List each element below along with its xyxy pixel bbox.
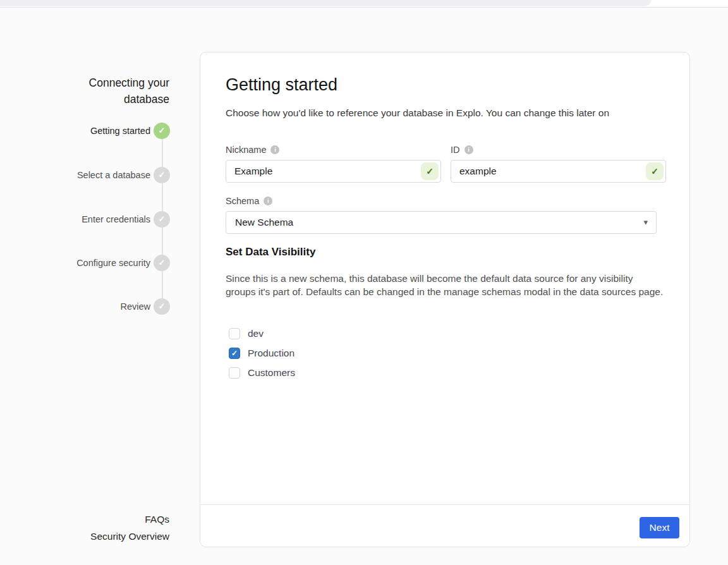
faqs-link[interactable]: FAQs [44, 511, 169, 528]
step-check-icon: ✓ [154, 123, 170, 139]
info-icon[interactable]: i [264, 197, 272, 205]
info-icon[interactable]: i [270, 145, 279, 154]
step-check-icon: ✓ [154, 255, 170, 271]
step-check-icon: ✓ [154, 298, 170, 315]
data-visibility-description: Since this is a new schema, this databas… [226, 272, 664, 298]
step-label: Select a database [35, 167, 150, 183]
wizard-title: Connecting your database [44, 75, 169, 107]
visibility-group-customers[interactable]: ✓ Customers [229, 367, 295, 379]
checkbox[interactable]: ✓ [229, 328, 240, 339]
step-check-icon: ✓ [154, 211, 170, 228]
id-input[interactable] [451, 160, 666, 183]
step-label: Enter credentials [35, 211, 150, 228]
nickname-input[interactable] [226, 160, 441, 183]
nickname-field: Nickname i ✓ [226, 145, 441, 183]
valid-check-icon: ✓ [421, 162, 439, 180]
id-field: ID i ✓ [451, 145, 666, 183]
info-icon[interactable]: i [464, 145, 473, 154]
chevron-down-icon: ▾ [643, 212, 648, 233]
checkbox[interactable]: ✓ [229, 348, 240, 359]
step-label: Review [35, 298, 150, 315]
valid-check-icon: ✓ [646, 162, 664, 180]
next-button[interactable]: Next [640, 517, 679, 538]
sidebar-footer-links: FAQs Security Overview [44, 511, 169, 545]
step-review[interactable]: Review ✓ [35, 298, 171, 315]
data-visibility-heading: Set Data Visibility [226, 246, 315, 258]
visibility-group-production[interactable]: ✓ Production [229, 347, 294, 360]
getting-started-card: Getting started Choose how you'd like to… [200, 52, 690, 547]
visibility-group-label: dev [248, 328, 264, 339]
schema-select[interactable]: New Schema ▾ [226, 211, 657, 234]
schema-select-value: New Schema [235, 212, 293, 233]
schema-label: Schema i [226, 196, 657, 206]
visibility-group-dev[interactable]: ✓ dev [229, 327, 264, 340]
step-label: Getting started [35, 123, 150, 139]
check-icon: ✓ [231, 349, 238, 358]
card-subtitle: Choose how you'd like to reference your … [226, 107, 674, 119]
card-footer: Next [200, 504, 689, 547]
schema-field: Schema i New Schema ▾ [226, 196, 657, 234]
step-check-icon: ✓ [154, 167, 170, 183]
visibility-group-label: Customers [248, 367, 295, 379]
id-label: ID i [451, 145, 666, 155]
window-top-tab-strip [0, 0, 651, 6]
connect-database-page: { "sidebar": { "title": "Connecting your… [0, 0, 728, 565]
step-getting-started[interactable]: Getting started ✓ [35, 123, 171, 139]
step-label: Configure security [35, 255, 150, 271]
window-top-bar [0, 0, 728, 8]
checkbox[interactable]: ✓ [229, 367, 240, 379]
card-title: Getting started [226, 75, 337, 95]
visibility-group-label: Production [248, 348, 294, 359]
step-configure-security[interactable]: Configure security ✓ [35, 255, 171, 271]
nickname-label: Nickname i [226, 145, 441, 155]
step-select-a-database[interactable]: Select a database ✓ [35, 167, 171, 183]
security-overview-link[interactable]: Security Overview [44, 528, 169, 545]
step-enter-credentials[interactable]: Enter credentials ✓ [35, 211, 171, 228]
